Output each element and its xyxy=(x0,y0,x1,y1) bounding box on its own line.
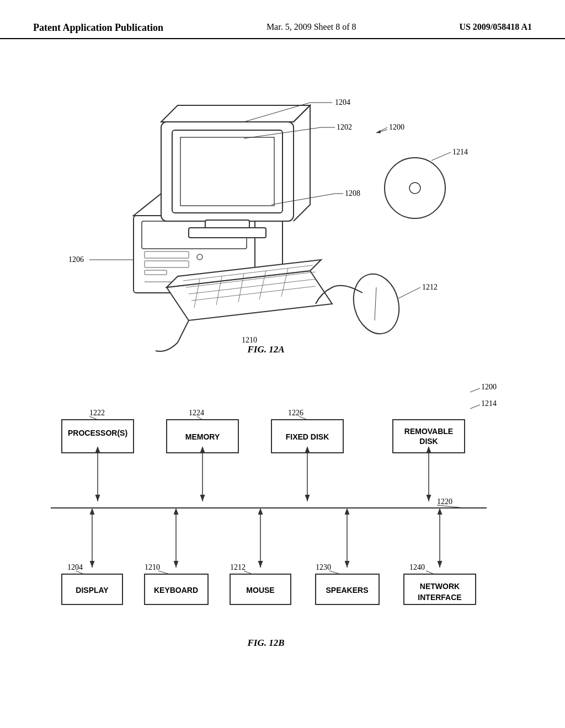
ref-1212-12b: 1212 xyxy=(230,563,246,571)
memory-label: MEMORY xyxy=(185,432,220,441)
keyboard-illustration: 1210 xyxy=(156,260,332,351)
fig12b-label: FIG. 12B xyxy=(247,638,284,648)
main-content: 1206 xyxy=(0,39,565,701)
fig12a-svg: 1206 xyxy=(33,50,532,359)
ref-1204-12b: 1204 xyxy=(67,563,83,571)
fig12b-diagram: 1200 1214 PROCESSOR(S) 1222 MEMORY 1224 xyxy=(33,370,532,690)
fig12b-svg: 1200 1214 PROCESSOR(S) 1222 MEMORY 1224 xyxy=(33,370,532,690)
cd-illustration: 1214 xyxy=(385,148,468,218)
svg-rect-10 xyxy=(180,137,274,206)
svg-rect-11 xyxy=(205,220,249,228)
network-interface-label2: INTERFACE xyxy=(418,593,461,602)
ref-1230: 1230 xyxy=(316,563,331,571)
fig12a-diagram: 1206 xyxy=(33,50,532,359)
svg-text:1200: 1200 xyxy=(389,123,404,131)
fixed-disk-label: FIXED DISK xyxy=(286,432,329,441)
svg-line-33 xyxy=(431,152,451,160)
removable-disk-label2: DISK xyxy=(419,437,438,446)
svg-line-30 xyxy=(398,287,420,298)
ref-1206: 1206 xyxy=(68,255,84,264)
keyboard-box: KEYBOARD 1210 xyxy=(145,563,208,604)
ref-1208: 1208 xyxy=(345,189,360,197)
removable-disk-box: REMOVABLE DISK xyxy=(393,420,465,453)
svg-rect-3 xyxy=(145,261,189,267)
svg-point-5 xyxy=(197,254,202,260)
display-box: DISPLAY 1204 xyxy=(62,563,122,604)
mouse-illustration: 1212 xyxy=(316,269,438,339)
memory-box: MEMORY 1224 xyxy=(167,409,238,453)
ref-1224: 1224 xyxy=(189,409,204,417)
svg-rect-12 xyxy=(189,228,266,238)
page-header: Patent Application Publication Mar. 5, 2… xyxy=(0,0,565,39)
removable-disk-label: REMOVABLE xyxy=(404,427,453,436)
ref-1212-12a: 1212 xyxy=(422,283,438,291)
publication-number: US 2009/058418 A1 xyxy=(459,22,532,32)
mouse-label: MOUSE xyxy=(246,586,274,595)
publication-date-sheet: Mar. 5, 2009 Sheet 8 of 8 xyxy=(266,22,356,32)
svg-point-28 xyxy=(347,269,406,339)
speakers-label: SPEAKERS xyxy=(326,586,368,595)
ref-1202: 1202 xyxy=(337,123,352,131)
svg-line-41 xyxy=(470,405,480,409)
svg-rect-4 xyxy=(145,270,167,275)
speakers-box: SPEAKERS 1230 xyxy=(316,563,379,604)
svg-line-40 xyxy=(470,388,480,392)
ref-1226: 1226 xyxy=(288,409,303,417)
processor-box: PROCESSOR(S) 1222 xyxy=(62,409,134,453)
fixed-disk-box: FIXED DISK 1226 xyxy=(271,409,343,453)
ref-1210-12a: 1210 xyxy=(242,336,257,344)
ref-1214-12b: 1214 xyxy=(481,399,497,408)
svg-point-32 xyxy=(409,183,420,194)
publication-type: Patent Application Publication xyxy=(33,22,163,34)
computer-monitor: 1204 1202 1208 xyxy=(161,98,360,238)
display-label: DISPLAY xyxy=(76,586,109,595)
fig12a-label: FIG. 12A xyxy=(247,344,284,355)
keyboard-label: KEYBOARD xyxy=(154,586,198,595)
ref-1210-12b: 1210 xyxy=(145,563,160,571)
ref-1220: 1220 xyxy=(437,497,452,506)
network-interface-box: NETWORK INTERFACE 1240 xyxy=(404,563,476,604)
mouse-box: MOUSE 1212 xyxy=(230,563,291,604)
ref-1214-12a: 1214 xyxy=(452,148,468,156)
network-interface-label: NETWORK xyxy=(420,582,460,591)
svg-rect-2 xyxy=(145,251,189,258)
ref-1240: 1240 xyxy=(409,563,425,571)
processor-label: PROCESSOR(S) xyxy=(68,429,127,437)
ref-1200-12a: 1200 xyxy=(376,123,404,133)
ref-1200-12b: 1200 xyxy=(481,383,497,391)
ref-1222: 1222 xyxy=(89,409,105,417)
ref-1204: 1204 xyxy=(335,98,350,106)
